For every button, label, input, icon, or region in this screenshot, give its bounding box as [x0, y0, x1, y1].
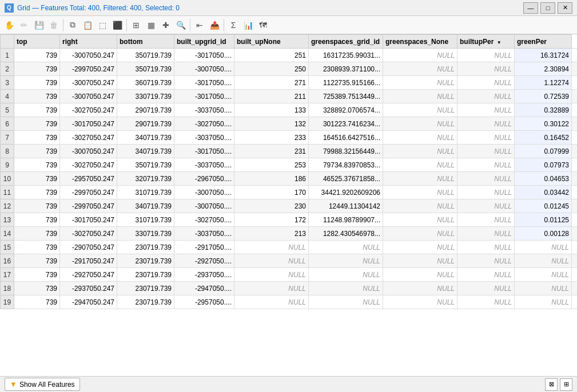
cell-built-upNone: NULL [309, 282, 383, 295]
cell-builtupPer: 0.01125 [515, 213, 572, 227]
cell-greenspaces-None: NULL [457, 145, 515, 158]
cell-right: -3017050.247 [60, 213, 117, 227]
copy-button[interactable]: ⧉ [66, 18, 79, 32]
cell-built-upgrid-id: 253 [234, 158, 309, 172]
table-row[interactable]: 13739-3017050.247310719.739-3027050....1… [1, 213, 578, 227]
col-header-greenspaces_grid_id[interactable]: greenspaces_grid_id [309, 35, 383, 49]
row-number: 6 [1, 117, 14, 131]
table-row[interactable]: 2739-2997050.247350719.739-3007050....25… [1, 62, 578, 76]
table-row[interactable]: 12739-2997050.247340719.739-3007050....2… [1, 199, 578, 213]
cell-built-upNone: 1122735.915166... [309, 76, 383, 90]
cell-right: -3027050.247 [60, 131, 117, 145]
status-grid-button[interactable]: ⊞ [560, 378, 572, 391]
table-row[interactable]: 7739-3027050.247340719.739-3037050....23… [1, 131, 578, 145]
table-row[interactable]: 6739-3017050.247290719.739-3027050....13… [1, 117, 578, 131]
table-row[interactable]: 1739-3007050.247350719.739-3017050....25… [1, 49, 578, 62]
close-button[interactable]: ✕ [558, 2, 572, 14]
zoom-button[interactable]: ⬚ [95, 18, 109, 32]
cell-top: 739 [14, 282, 60, 295]
row-number: 10 [1, 172, 14, 186]
col-header-bottom[interactable]: bottom [117, 35, 174, 49]
cell-greenPer: NULL [572, 268, 578, 282]
cell-builtupPer: 0.03442 [515, 186, 572, 199]
table-row[interactable]: 14739-3027050.247330719.739-3037050....2… [1, 227, 578, 241]
cell-right: -3027050.247 [60, 158, 117, 172]
col-header-top[interactable]: top [14, 35, 60, 49]
stats-button[interactable]: Σ [226, 18, 240, 32]
cell-built-upgrid-id: 233 [234, 131, 309, 145]
table-button[interactable]: ▦ [144, 18, 158, 32]
cell-greenspaces-grid-id: NULL [383, 49, 457, 62]
search-button[interactable]: 🔍 [174, 18, 188, 32]
cell-greenspaces-grid-id: NULL [383, 145, 457, 158]
cell-greenPer: 0.3 [572, 117, 578, 131]
col-header-greenspaces_None[interactable]: greenspaces_None [383, 35, 457, 49]
cell-right: -2937050.247 [60, 282, 117, 295]
cell-greenspaces-None: NULL [457, 241, 515, 254]
row-number: 13 [1, 213, 14, 227]
cell-greenspaces-grid-id: NULL [383, 282, 457, 295]
show-all-label: Show All Features [19, 381, 75, 389]
move-button[interactable]: ⇤ [193, 18, 206, 32]
cell-right: -2917050.247 [60, 254, 117, 268]
table-row[interactable]: 11739-2997050.247310719.739-3007050....1… [1, 186, 578, 199]
table-row[interactable]: 10739-2957050.247320719.739-2967050....1… [1, 172, 578, 186]
table-row[interactable]: 8739-3007050.247340719.739-3017050....23… [1, 145, 578, 158]
table-row[interactable]: 19739-2947050.247230719.739-2957050....N… [1, 295, 578, 309]
cell-builtupPer: NULL [515, 254, 572, 268]
cell-built-upgrid-id: 250 [234, 62, 309, 76]
cell-bottom: 230719.739 [117, 254, 174, 268]
cell-top: 739 [14, 172, 60, 186]
app-icon: Q [5, 3, 14, 13]
cell-built-upNone: 301223.7416234... [309, 117, 383, 131]
cell-btm2: -3007050.... [174, 62, 234, 76]
col-header-built_upNone[interactable]: built_upNone [234, 35, 309, 49]
table-row[interactable]: 15739-2907050.247230719.739-2917050....N… [1, 241, 578, 254]
cell-greenspaces-grid-id: NULL [383, 90, 457, 103]
cell-greenspaces-None: NULL [457, 76, 515, 90]
cell-btm2: -3037050.... [174, 158, 234, 172]
row-number: 19 [1, 295, 14, 309]
cell-top: 739 [14, 254, 60, 268]
cell-right: -2957050.247 [60, 172, 117, 186]
table-row[interactable]: 16739-2917050.247230719.739-2927050....N… [1, 254, 578, 268]
maximize-button[interactable]: □ [540, 2, 555, 14]
cell-builtupPer: 2.30894 [515, 62, 572, 76]
grid-scroll[interactable]: toprightbottombuilt_upgrid_idbuilt_upNon… [0, 34, 577, 376]
cell-greenspaces-None: NULL [457, 49, 515, 62]
export-button[interactable]: 📤 [208, 18, 221, 32]
chart-button[interactable]: 📊 [241, 18, 255, 32]
col-header-right[interactable]: right [60, 35, 117, 49]
paste-button[interactable]: 📋 [81, 18, 94, 32]
cell-bottom: 230719.739 [117, 295, 174, 309]
cell-greenspaces-grid-id: NULL [383, 199, 457, 213]
cell-top: 739 [14, 131, 60, 145]
table-row[interactable]: 9739-3027050.247350719.739-3037050....25… [1, 158, 578, 172]
select-button[interactable]: ⬛ [110, 18, 124, 32]
cell-greenspaces-None: NULL [457, 227, 515, 241]
table-row[interactable]: 5739-3027050.247290719.739-3037050....13… [1, 103, 578, 117]
cell-btm2: -3017050.... [174, 90, 234, 103]
table-row[interactable]: 4739-3007050.247330719.739-3017050....21… [1, 90, 578, 103]
map-button[interactable]: 🗺 [256, 18, 270, 32]
cell-bottom: 350719.739 [117, 62, 174, 76]
cell-builtupPer: 16.31724 [515, 49, 572, 62]
status-zoom-button[interactable]: ⊠ [545, 378, 558, 391]
minimize-button[interactable]: — [523, 2, 538, 14]
col-header-built_upgrid_id[interactable]: built_upgrid_id [174, 35, 234, 49]
table-row[interactable]: 18739-2937050.247230719.739-2947050....N… [1, 282, 578, 295]
pan-button[interactable]: ✋ [2, 18, 16, 32]
cell-built-upNone: 1282.430546978... [309, 227, 383, 241]
cell-top: 739 [14, 145, 60, 158]
cell-bottom: 360719.739 [117, 76, 174, 90]
cell-greenspaces-None: NULL [457, 213, 515, 227]
col-header-greenPer[interactable]: greenPer [515, 35, 572, 49]
table-row[interactable]: 3739-3007050.247360719.739-3017050....27… [1, 76, 578, 90]
add-button[interactable]: ✚ [159, 18, 173, 32]
filter-button[interactable]: ⊞ [129, 18, 143, 32]
cell-greenPer: 16.32 [572, 49, 578, 62]
table-row[interactable]: 17739-2927050.247230719.739-2937050....N… [1, 268, 578, 282]
cell-built-upgrid-id: 186 [234, 172, 309, 186]
col-header-builtupPer[interactable]: builtupPer ▼ [457, 35, 515, 49]
show-all-features-button[interactable]: ▼ Show All Features [5, 378, 80, 391]
